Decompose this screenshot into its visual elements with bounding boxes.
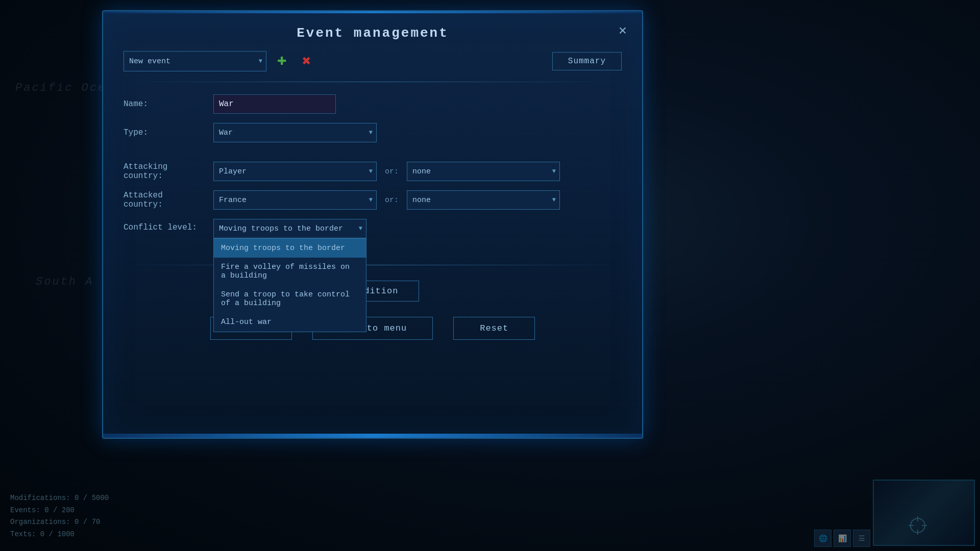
attacked-country-select-wrapper: France Germany Russia ▼: [213, 190, 377, 210]
reset-button[interactable]: Reset: [453, 317, 535, 340]
bottom-divider: [124, 265, 622, 265]
close-button[interactable]: ×: [614, 21, 632, 40]
attacking-none-wrapper: none Player France ▼: [407, 162, 560, 181]
action-buttons-area: Apply Back to menu Reset: [103, 317, 642, 340]
conflict-select-wrapper: Moving troops to the border Fire a volle…: [213, 219, 366, 238]
delete-event-button[interactable]: ✖: [297, 52, 315, 70]
modal-bottom-border: [103, 434, 642, 438]
attacking-or-label: or:: [385, 167, 399, 176]
modal-top-border: [103, 11, 642, 13]
conflict-level-label: Conflict level:: [124, 219, 205, 232]
form-section: Name: Type: War Diplomacy Economy ▼ Atta…: [103, 82, 642, 260]
condition-area: Condition: [103, 281, 642, 302]
top-controls-area: New event ▼ ✚ ✖ Summary: [103, 51, 642, 82]
event-select-wrapper: New event ▼: [124, 51, 266, 71]
type-row: Type: War Diplomacy Economy ▼: [124, 123, 622, 142]
type-select[interactable]: War Diplomacy Economy: [213, 123, 377, 142]
attacking-country-select[interactable]: Player France Germany: [213, 162, 377, 181]
modal-title: Event management: [103, 11, 642, 51]
attacking-country-row: Attacking country: Player France Germany…: [124, 162, 622, 181]
type-label: Type:: [124, 128, 205, 137]
conflict-level-select[interactable]: Moving troops to the border Fire a volle…: [213, 219, 366, 238]
attacking-none-select[interactable]: none Player France: [407, 162, 560, 181]
conflict-level-row: Conflict level: Moving troops to the bor…: [124, 219, 622, 238]
name-row: Name:: [124, 94, 622, 114]
dropdown-option-4[interactable]: All-out war: [214, 313, 366, 332]
event-select[interactable]: New event: [124, 51, 266, 71]
name-input[interactable]: [213, 94, 336, 114]
type-select-wrapper: War Diplomacy Economy ▼: [213, 123, 377, 142]
conflict-dropdown-popup: Moving troops to the border Fire a volle…: [213, 238, 366, 332]
attacked-country-select[interactable]: France Germany Russia: [213, 190, 377, 210]
summary-button[interactable]: Summary: [552, 52, 622, 70]
name-label: Name:: [124, 99, 205, 109]
dropdown-option-1[interactable]: Moving troops to the border: [214, 239, 366, 258]
attacked-none-select[interactable]: none Player France: [407, 190, 560, 210]
attacked-country-row: Attacked country: France Germany Russia …: [124, 190, 622, 210]
add-event-button[interactable]: ✚: [273, 52, 291, 70]
dropdown-option-2[interactable]: Fire a volley of missiles on a building: [214, 258, 366, 285]
attacked-or-label: or:: [385, 196, 399, 205]
event-management-modal: Event management × New event ▼ ✚ ✖ Summa…: [102, 10, 643, 439]
attacking-country-label: Attacking country:: [124, 162, 205, 181]
attacked-none-wrapper: none Player France ▼: [407, 190, 560, 210]
attacked-country-label: Attacked country:: [124, 191, 205, 209]
attacking-country-select-wrapper: Player France Germany ▼: [213, 162, 377, 181]
dropdown-option-3[interactable]: Send a troop to take control of a buildi…: [214, 285, 366, 313]
